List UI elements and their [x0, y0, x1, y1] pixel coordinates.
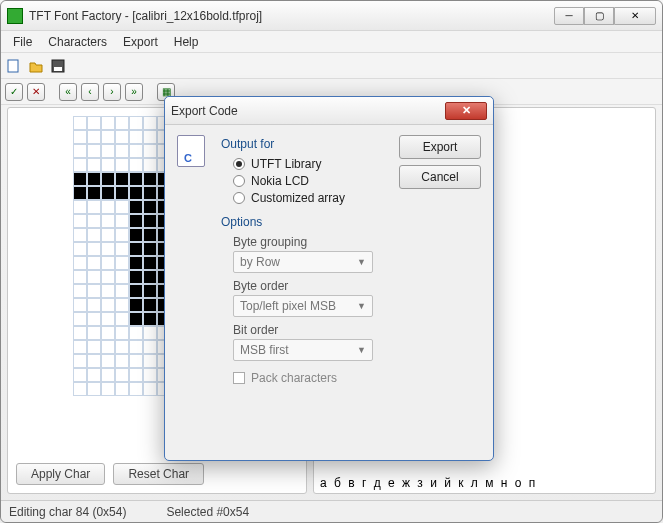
glyph-cell[interactable]	[115, 368, 129, 382]
glyph-cell[interactable]	[115, 172, 129, 186]
glyph-cell[interactable]	[129, 172, 143, 186]
glyph-cell[interactable]	[101, 172, 115, 186]
glyph-cell[interactable]	[129, 312, 143, 326]
glyph-cell[interactable]	[115, 242, 129, 256]
glyph-cell[interactable]	[115, 158, 129, 172]
glyph-cell[interactable]	[101, 382, 115, 396]
glyph-cell[interactable]	[129, 186, 143, 200]
glyph-cell[interactable]	[87, 144, 101, 158]
glyph-cell[interactable]	[101, 158, 115, 172]
glyph-cell[interactable]	[143, 340, 157, 354]
minimize-button[interactable]: ─	[554, 7, 584, 25]
glyph-cell[interactable]	[87, 172, 101, 186]
glyph-cell[interactable]	[129, 284, 143, 298]
glyph-cell[interactable]	[143, 228, 157, 242]
glyph-cell[interactable]	[73, 270, 87, 284]
glyph-cell[interactable]	[143, 116, 157, 130]
glyph-cell[interactable]	[101, 200, 115, 214]
glyph-cell[interactable]	[129, 326, 143, 340]
glyph-cell[interactable]	[73, 116, 87, 130]
glyph-cell[interactable]	[73, 340, 87, 354]
glyph-cell[interactable]	[129, 354, 143, 368]
glyph-cell[interactable]	[101, 340, 115, 354]
glyph-cell[interactable]	[129, 200, 143, 214]
glyph-cell[interactable]	[129, 340, 143, 354]
glyph-cell[interactable]	[115, 382, 129, 396]
glyph-cell[interactable]	[129, 214, 143, 228]
glyph-cell[interactable]	[87, 270, 101, 284]
glyph-cell[interactable]	[87, 340, 101, 354]
glyph-cell[interactable]	[73, 326, 87, 340]
open-file-icon[interactable]	[27, 57, 45, 75]
glyph-cell[interactable]	[87, 326, 101, 340]
reset-char-button[interactable]: Reset Char	[113, 463, 204, 485]
glyph-cell[interactable]	[129, 382, 143, 396]
export-button[interactable]: Export	[399, 135, 481, 159]
glyph-cell[interactable]	[143, 354, 157, 368]
glyph-cell[interactable]	[101, 186, 115, 200]
glyph-cell[interactable]	[73, 284, 87, 298]
glyph-cell[interactable]	[73, 158, 87, 172]
glyph-cell[interactable]	[87, 186, 101, 200]
menu-help[interactable]: Help	[166, 33, 207, 51]
glyph-cell[interactable]	[101, 144, 115, 158]
glyph-cell[interactable]	[73, 298, 87, 312]
glyph-cell[interactable]	[115, 116, 129, 130]
glyph-cell[interactable]	[87, 284, 101, 298]
glyph-cell[interactable]	[101, 298, 115, 312]
glyph-cell[interactable]	[143, 144, 157, 158]
glyph-cell[interactable]	[87, 242, 101, 256]
glyph-cell[interactable]	[115, 298, 129, 312]
glyph-cell[interactable]	[73, 214, 87, 228]
menu-file[interactable]: File	[5, 33, 40, 51]
glyph-cell[interactable]	[73, 172, 87, 186]
glyph-cell[interactable]	[143, 368, 157, 382]
glyph-cell[interactable]	[129, 270, 143, 284]
new-file-icon[interactable]	[5, 57, 23, 75]
dialog-close-button[interactable]: ✕	[445, 102, 487, 120]
glyph-cell[interactable]	[115, 228, 129, 242]
glyph-cell[interactable]	[143, 256, 157, 270]
glyph-cell[interactable]	[129, 130, 143, 144]
nav-next-button[interactable]: ›	[103, 83, 121, 101]
menu-export[interactable]: Export	[115, 33, 166, 51]
glyph-cell[interactable]	[115, 312, 129, 326]
glyph-cell[interactable]	[101, 284, 115, 298]
glyph-cell[interactable]	[143, 326, 157, 340]
glyph-cell[interactable]	[129, 368, 143, 382]
save-icon[interactable]	[49, 57, 67, 75]
glyph-cell[interactable]	[143, 242, 157, 256]
glyph-cell[interactable]	[87, 116, 101, 130]
glyph-cell[interactable]	[143, 298, 157, 312]
glyph-cell[interactable]	[73, 312, 87, 326]
glyph-cell[interactable]	[73, 186, 87, 200]
glyph-cell[interactable]	[87, 130, 101, 144]
pack-characters-checkbox[interactable]: Pack characters	[233, 371, 391, 385]
glyph-cell[interactable]	[143, 382, 157, 396]
glyph-cell[interactable]	[129, 144, 143, 158]
nav-first-button[interactable]: «	[59, 83, 77, 101]
glyph-cell[interactable]	[115, 284, 129, 298]
glyph-cell[interactable]	[73, 200, 87, 214]
glyph-cell[interactable]	[129, 158, 143, 172]
glyph-cell[interactable]	[73, 368, 87, 382]
glyph-cell[interactable]	[87, 312, 101, 326]
glyph-cell[interactable]	[101, 228, 115, 242]
nav-prev-button[interactable]: ‹	[81, 83, 99, 101]
glyph-cell[interactable]	[73, 382, 87, 396]
glyph-cell[interactable]	[115, 214, 129, 228]
radio-utft[interactable]: UTFT Library	[233, 157, 391, 171]
glyph-cell[interactable]	[129, 256, 143, 270]
glyph-cell[interactable]	[101, 116, 115, 130]
glyph-cell[interactable]	[73, 144, 87, 158]
glyph-cell[interactable]	[101, 130, 115, 144]
glyph-cell[interactable]	[101, 214, 115, 228]
glyph-cell[interactable]	[87, 158, 101, 172]
radio-nokia[interactable]: Nokia LCD	[233, 174, 391, 188]
glyph-cell[interactable]	[87, 256, 101, 270]
glyph-cell[interactable]	[101, 312, 115, 326]
glyph-cell[interactable]	[115, 354, 129, 368]
glyph-cell[interactable]	[143, 284, 157, 298]
check-icon[interactable]: ✓	[5, 83, 23, 101]
glyph-cell[interactable]	[115, 130, 129, 144]
